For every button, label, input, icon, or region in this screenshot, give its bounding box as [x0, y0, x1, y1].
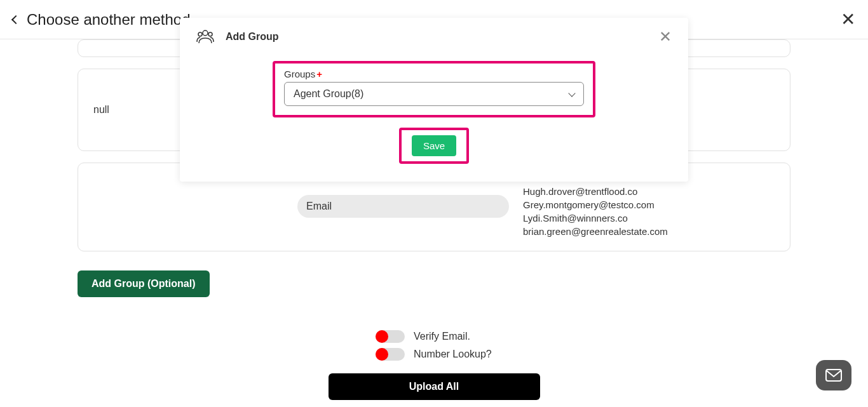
groups-select-value: Agent Group(8) [294, 88, 363, 100]
mail-icon [825, 368, 843, 382]
toggles: Verify Email. Number Lookup? [78, 330, 790, 361]
email-field-label: Email [306, 201, 332, 212]
help-bubble[interactable] [816, 360, 851, 390]
verify-email-label: Verify Email. [414, 331, 503, 342]
email-list-item: brian.green@greenrealestate.com [523, 225, 668, 238]
email-field[interactable]: Email [297, 195, 509, 218]
svg-rect-3 [826, 370, 841, 381]
toggle-row-verify: Verify Email. [376, 330, 503, 343]
page-title: Choose another method [27, 11, 191, 29]
save-button[interactable]: Save [412, 135, 456, 156]
back-arrow-icon[interactable] [11, 15, 20, 23]
svg-point-2 [208, 32, 212, 36]
top-left: Choose another method [13, 11, 191, 29]
groups-highlight: Groups+ Agent Group(8) [273, 61, 595, 117]
chevron-down-icon [568, 90, 575, 97]
email-list-item: Hugh.drover@trentflood.co [523, 185, 668, 198]
upload-all-button[interactable]: Upload All [329, 373, 540, 400]
groups-select[interactable]: Agent Group(8) [284, 82, 584, 106]
save-highlight: Save [399, 128, 469, 164]
email-list-item: Grey.montgomery@testco.com [523, 198, 668, 211]
group-icon [196, 29, 214, 44]
page-close-icon[interactable]: ✕ [841, 11, 855, 29]
groups-label-text: Groups [284, 69, 315, 79]
toggle-row-number: Number Lookup? [376, 348, 503, 361]
modal-close-icon[interactable]: ✕ [659, 29, 672, 44]
email-list-item: Lydi.Smith@winnners.co [523, 211, 668, 225]
number-lookup-label: Number Lookup? [414, 349, 503, 360]
null-text: null [93, 104, 109, 116]
modal-header: Add Group ✕ [180, 18, 688, 56]
modal-body: Groups+ Agent Group(8) Save [180, 56, 688, 182]
svg-point-1 [198, 32, 202, 36]
svg-point-0 [203, 30, 208, 36]
number-lookup-toggle[interactable] [376, 348, 405, 361]
groups-label: Groups+ [284, 69, 584, 79]
add-group-modal: Add Group ✕ Groups+ Agent Group(8) Save [180, 18, 688, 182]
modal-header-left: Add Group [196, 29, 279, 44]
modal-title: Add Group [226, 31, 279, 43]
plus-icon[interactable]: + [316, 69, 322, 79]
email-list: Hugh.drover@trentflood.co Grey.montgomer… [523, 185, 668, 238]
verify-email-toggle[interactable] [376, 330, 405, 343]
add-group-button[interactable]: Add Group (Optional) [78, 270, 210, 297]
